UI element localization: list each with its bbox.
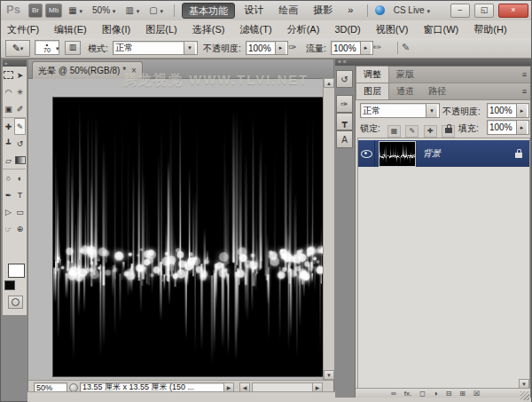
close-document-icon[interactable]: ×	[131, 66, 137, 75]
tool-rectangular-marquee[interactable]	[3, 67, 14, 83]
tab-adjustments[interactable]: 调整	[356, 66, 389, 83]
adjustment-layer-icon[interactable]: ◑	[434, 390, 438, 398]
collapse-panels-icon[interactable]: « «	[335, 59, 347, 65]
arrange-documents-button[interactable]: ▥ ▾	[121, 4, 143, 17]
screen-mode-button[interactable]: ▢ ▾	[145, 4, 167, 17]
quick-mask-button[interactable]	[8, 296, 23, 309]
tool-crop[interactable]: ▣	[3, 100, 14, 118]
character-panel-button[interactable]: A	[336, 130, 353, 148]
restore-button[interactable]: ◱	[474, 4, 494, 18]
view-extras-button[interactable]: ▦ ▾	[65, 4, 86, 17]
menu-window[interactable]: 窗口(W)	[418, 20, 466, 36]
document-tab[interactable]: 光晕 @ 50%(RGB/8) * ×	[32, 61, 143, 79]
layer-visibility-toggle[interactable]	[358, 140, 375, 167]
layer-name: 背景	[423, 147, 515, 160]
link-layers-icon[interactable]: ∞	[391, 390, 396, 398]
workspace-design-button[interactable]: 设计	[238, 3, 270, 17]
lock-label: 锁定:	[360, 122, 380, 135]
tab-layers[interactable]: 图层	[356, 83, 389, 99]
menu-analysis[interactable]: 分析(A)	[281, 20, 326, 36]
airbrush-toggle-icon[interactable]: ✏	[373, 42, 381, 53]
lock-all-icon[interactable]	[442, 125, 455, 138]
toggle-brush-panel-button[interactable]: ▥	[65, 41, 81, 55]
tool-path-selection[interactable]: ▷	[3, 203, 14, 220]
cs-live-button[interactable]: CS Live ▾	[390, 4, 434, 17]
tool-clone-stamp[interactable]: ┻	[3, 135, 14, 152]
workspace-photography-button[interactable]: 摄影	[307, 3, 339, 17]
lock-transparency-icon[interactable]: ▦	[387, 125, 401, 138]
airbrush-opacity-icon[interactable]: ✑	[288, 42, 296, 53]
layer-thumbnail[interactable]	[379, 141, 416, 167]
menu-layer[interactable]: 图层(L)	[139, 20, 183, 36]
scroll-down-icon[interactable]: ▼	[324, 370, 334, 380]
tool-gradient[interactable]	[14, 152, 26, 169]
layer-style-icon[interactable]: fx.	[404, 390, 411, 398]
layer-mask-icon[interactable]: ◻	[419, 390, 426, 398]
resize-grip[interactable]	[520, 391, 529, 400]
lock-position-icon[interactable]: ✚	[424, 125, 437, 138]
tool-blur[interactable]: ○	[3, 169, 14, 186]
tool-lasso[interactable]: ◠	[3, 83, 14, 100]
tool-eyedropper[interactable]: ✐	[14, 100, 26, 118]
new-layer-icon[interactable]: ⊞	[459, 390, 466, 398]
flow-field[interactable]: 100% ▸	[331, 41, 373, 55]
tool-preset-picker[interactable]: ✎ ▾	[5, 40, 30, 57]
layer-group-icon[interactable]: ⊟	[446, 390, 452, 398]
mini-bridge-button[interactable]: Mb	[45, 4, 62, 18]
background-color-swatch[interactable]	[4, 280, 15, 290]
dock-header[interactable]: « «	[335, 59, 531, 66]
tool-quick-selection[interactable]: ✳	[14, 83, 26, 100]
clone-source-panel-button[interactable]: ┳	[336, 113, 353, 130]
tool-type[interactable]: T	[14, 186, 26, 203]
layer-blend-mode-select[interactable]: 正常 ▾	[360, 103, 440, 118]
layer-fill-field[interactable]: 100% ▸	[487, 120, 529, 135]
tool-pen[interactable]: ✒	[3, 186, 14, 203]
menu-select[interactable]: 选择(S)	[186, 20, 231, 36]
brushes-panel-button[interactable]: ✑	[336, 95, 353, 113]
workspace-essentials-button[interactable]: 基本功能	[182, 3, 235, 19]
tool-history-brush[interactable]: ↺	[14, 135, 26, 152]
workspace-overflow-button[interactable]: »	[341, 3, 359, 17]
panel-menu-icon[interactable]: ≡	[522, 70, 527, 79]
lock-pixels-icon[interactable]: ✎	[405, 125, 419, 138]
tab-paths[interactable]: 路径	[421, 83, 453, 99]
minimize-button[interactable]: –	[450, 4, 470, 18]
photoshop-window: Ps Br Mb ▦ ▾ 50% ▾ ▥ ▾ ▢ ▾ 基本功能 设计 绘画 摄影…	[0, 0, 532, 402]
tool-zoom[interactable]: ⊕	[14, 220, 26, 237]
opacity-field[interactable]: 100% ▸	[246, 41, 288, 55]
layer-opacity-field[interactable]: 100% ▸	[487, 103, 529, 118]
menu-view[interactable]: 视图(V)	[370, 20, 415, 36]
scroll-up-icon[interactable]: ▲	[324, 78, 334, 88]
delete-layer-icon[interactable]: ☒	[473, 390, 480, 398]
layer-row-background[interactable]: 背景	[358, 140, 529, 167]
toggle-panel-icon[interactable]: ✎	[402, 42, 410, 53]
chevron-down-icon[interactable]: ▾	[56, 45, 59, 52]
menu-3d[interactable]: 3D(D)	[328, 21, 366, 35]
tools-panel-header[interactable]: »	[3, 59, 27, 67]
close-button[interactable]: ×	[498, 4, 528, 18]
tab-channels[interactable]: 通道	[389, 83, 421, 99]
menu-edit[interactable]: 编辑(E)	[48, 20, 93, 36]
menu-help[interactable]: 帮助(H)	[467, 20, 512, 36]
tab-masks[interactable]: 蒙版	[389, 67, 421, 83]
menu-file[interactable]: 文件(F)	[1, 20, 45, 36]
menu-image[interactable]: 图像(I)	[96, 20, 137, 36]
tool-hand[interactable]: ☞	[3, 220, 14, 237]
document-canvas[interactable]	[52, 97, 326, 377]
vertical-scrollbar[interactable]: ▲ ▼	[323, 78, 334, 380]
blend-mode-select[interactable]: 正常 ▾	[113, 41, 198, 55]
tool-healing-brush[interactable]: ✚	[3, 118, 14, 135]
zoom-level-dropdown[interactable]: 50% ▾	[89, 4, 119, 17]
menu-filter[interactable]: 滤镜(T)	[234, 20, 278, 36]
history-panel-button[interactable]: ↺	[336, 70, 353, 88]
foreground-color-swatch[interactable]	[8, 264, 25, 278]
tool-dodge[interactable]: ◐	[14, 169, 26, 186]
bridge-button[interactable]: Br	[28, 4, 43, 18]
tool-move[interactable]: ➤	[14, 67, 26, 83]
tool-shape[interactable]: ▭	[14, 203, 26, 220]
panel-menu-icon[interactable]: ≡	[522, 87, 527, 96]
tools-panel: » ➤ ◠ ✳ ▣ ✐ ✚ ✎ ┻ ↺ ▱ ○ ◐ ✒ T ▷ ▭ ☞ ⊕	[2, 59, 27, 316]
tool-brush[interactable]: ✎	[14, 118, 26, 135]
tool-eraser[interactable]: ▱	[3, 152, 14, 169]
workspace-painting-button[interactable]: 绘画	[272, 3, 304, 17]
